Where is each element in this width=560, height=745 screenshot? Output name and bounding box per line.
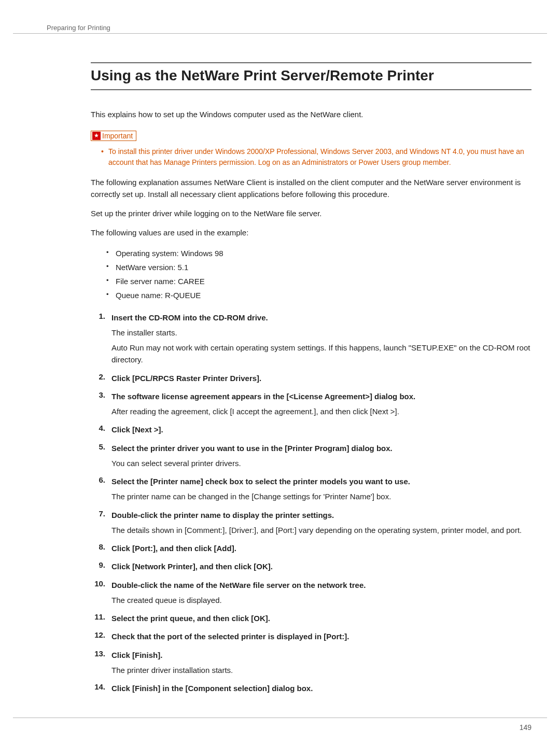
page-number: 149 <box>520 723 531 732</box>
step-item: Select the printer driver you want to us… <box>91 442 531 470</box>
step-title: Click [Next >]. <box>111 424 531 435</box>
step-title: Insert the CD-ROM into the CD-ROM drive. <box>111 312 531 324</box>
step-title: Select the printer driver you want to us… <box>111 442 531 454</box>
step-title: Click [PCL/RPCS Raster Printer Drivers]. <box>111 372 531 384</box>
step-title: Click [Finish]. <box>111 649 531 661</box>
step-title: Check that the port of the selected prin… <box>111 630 531 642</box>
paragraph: The following explanation assumes NetWar… <box>91 176 531 201</box>
step-item: Select the print queue, and then click [… <box>91 612 531 624</box>
list-item: File server name: CAREE <box>106 274 531 288</box>
important-label: Important <box>102 132 133 140</box>
step-title: Click [Port:], and then click [Add]. <box>111 542 531 554</box>
footer-divider <box>13 718 547 718</box>
step-item: Click [Port:], and then click [Add]. <box>91 542 531 554</box>
step-item: Insert the CD-ROM into the CD-ROM drive.… <box>91 312 531 366</box>
step-body: After reading the agreement, click [I ac… <box>111 405 531 417</box>
step-item: The software license agreement appears i… <box>91 390 531 418</box>
paragraph: Set up the printer driver while logging … <box>91 207 531 219</box>
list-item: NetWare version: 5.1 <box>106 260 531 274</box>
step-title: Double-click the name of the NetWare fil… <box>111 579 531 591</box>
step-item: Select the [Printer name] check box to s… <box>91 475 531 503</box>
step-body: Auto Run may not work with certain opera… <box>111 342 531 366</box>
title-wrap: Using as the NetWare Print Server/Remote… <box>91 62 531 90</box>
steps-list: Insert the CD-ROM into the CD-ROM drive.… <box>91 312 531 695</box>
content-area: Using as the NetWare Print Server/Remote… <box>13 34 547 694</box>
list-item: Operating system: Windows 98 <box>106 246 531 260</box>
step-title: Select the print queue, and then click [… <box>111 612 531 624</box>
step-title: The software license agreement appears i… <box>111 390 531 402</box>
list-item: Queue name: R-QUEUE <box>106 288 531 302</box>
step-body: The printer driver installation starts. <box>111 664 531 676</box>
step-item: Click [Finish] in the [Component selecti… <box>91 682 531 694</box>
page-container: Preparing for Printing Using as the NetW… <box>0 0 560 745</box>
paragraph: The following values are used in the exa… <box>91 227 531 238</box>
important-bullet-item: To install this printer driver under Win… <box>101 146 531 168</box>
step-title: Click [Network Printer], and then click … <box>111 560 531 572</box>
intro-text: This explains how to set up the Windows … <box>91 110 531 119</box>
step-body: The created queue is displayed. <box>111 594 531 606</box>
step-item: Click [Finish]. The printer driver insta… <box>91 649 531 677</box>
important-callout: ★ Important <box>91 131 136 141</box>
header: Preparing for Printing <box>13 0 547 34</box>
step-item: Click [Next >]. <box>91 424 531 435</box>
step-item: Click [PCL/RPCS Raster Printer Drivers]. <box>91 372 531 384</box>
example-values-list: Operating system: Windows 98 NetWare ver… <box>106 246 531 302</box>
step-title: Double-click the printer name to display… <box>111 509 531 521</box>
step-item: Double-click the name of the NetWare fil… <box>91 579 531 607</box>
important-bullet-list: To install this printer driver under Win… <box>91 146 531 168</box>
header-section-text: Preparing for Printing <box>47 24 110 32</box>
step-title: Select the [Printer name] check box to s… <box>111 475 531 487</box>
step-item: Double-click the printer name to display… <box>91 509 531 537</box>
star-icon: ★ <box>92 132 101 140</box>
step-item: Check that the port of the selected prin… <box>91 630 531 642</box>
step-item: Click [Network Printer], and then click … <box>91 560 531 572</box>
step-body: The installer starts. <box>111 327 531 339</box>
step-body: The details shown in [Comment:], [Driver… <box>111 524 531 536</box>
step-title: Click [Finish] in the [Component selecti… <box>111 682 531 694</box>
page-title: Using as the NetWare Print Server/Remote… <box>91 67 531 84</box>
step-body: The printer name can be changed in the [… <box>111 490 531 502</box>
step-body: You can select several printer drivers. <box>111 457 531 469</box>
